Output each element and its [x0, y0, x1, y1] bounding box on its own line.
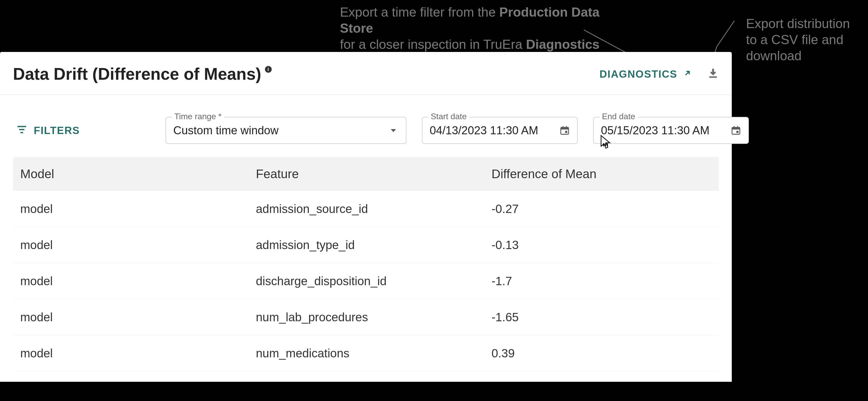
svg-line-0 — [584, 30, 615, 47]
download-icon — [707, 76, 719, 80]
svg-rect-14 — [566, 126, 567, 128]
start-date-value: 04/13/2023 11:30 AM — [430, 124, 538, 137]
calendar-icon — [559, 125, 570, 136]
panel-title-wrap: Data Drift (Difference of Means) i — [13, 64, 272, 84]
start-date-label: Start date — [428, 112, 469, 121]
svg-line-2 — [717, 21, 734, 47]
svg-rect-7 — [18, 126, 26, 127]
filters-label: FILTERS — [34, 125, 80, 136]
annotations-layer: Export a time filter from the Production… — [0, 0, 868, 55]
cell-model: model — [20, 310, 256, 324]
cell-model: model — [20, 202, 256, 216]
panel-header: Data Drift (Difference of Means) i DIAGN… — [0, 52, 732, 95]
annotation-text: to a CSV file and — [746, 32, 843, 47]
svg-rect-17 — [732, 127, 740, 129]
start-date-field-container: Start date 04/13/2023 11:30 AM — [422, 117, 578, 144]
cell-model: model — [20, 346, 256, 360]
data-table: Model Feature Difference of Mean model a… — [13, 157, 719, 371]
annotation-text: for a closer inspection in TruEra — [340, 37, 526, 52]
cell-feature: num_medications — [256, 346, 492, 360]
table-row: model num_medications 0.39 — [13, 335, 719, 371]
cell-diff: -1.65 — [492, 310, 712, 324]
col-header-feature: Feature — [256, 167, 492, 181]
cell-feature: admission_type_id — [256, 238, 492, 252]
calendar-icon — [731, 125, 741, 136]
svg-rect-4 — [709, 76, 717, 78]
filters-button[interactable]: FILTERS — [16, 124, 80, 137]
end-date-value: 05/15/2023 11:30 AM — [601, 124, 709, 137]
chevron-down-icon — [388, 125, 399, 136]
svg-rect-15 — [565, 131, 567, 133]
filter-icon — [16, 124, 28, 137]
annotation-strong: Production Data Store — [340, 5, 599, 36]
header-actions: DIAGNOSTICS — [599, 68, 719, 80]
table-row: model admission_type_id -0.13 — [13, 227, 719, 263]
info-icon[interactable]: i — [265, 66, 272, 73]
download-button[interactable] — [707, 68, 719, 80]
svg-rect-8 — [19, 129, 24, 130]
table-row: model admission_source_id -0.27 — [13, 191, 719, 227]
table-row: model discharge_disposition_id -1.7 — [13, 263, 719, 299]
cell-diff: 0.39 — [492, 346, 712, 360]
annotation-text: Export distribution — [746, 17, 850, 31]
end-date-field-container: End date 05/15/2023 11:30 AM — [593, 117, 749, 144]
svg-rect-20 — [736, 131, 738, 133]
col-header-model: Model — [20, 167, 256, 181]
table-row: model num_lab_procedures -1.65 — [13, 299, 719, 335]
svg-rect-12 — [561, 127, 568, 129]
main-panel: Data Drift (Difference of Means) i DIAGN… — [0, 52, 732, 382]
col-header-diff: Difference of Mean — [492, 167, 712, 181]
arrow-out-icon — [683, 68, 692, 80]
page-title: Data Drift (Difference of Means) — [13, 64, 261, 84]
cell-diff: -1.7 — [492, 274, 712, 288]
cell-diff: -0.13 — [492, 238, 712, 252]
svg-rect-6 — [712, 69, 714, 74]
cell-feature: admission_source_id — [256, 202, 492, 216]
svg-rect-9 — [21, 132, 23, 133]
cell-feature: num_lab_procedures — [256, 310, 492, 324]
cell-model: model — [20, 274, 256, 288]
cell-model: model — [20, 238, 256, 252]
time-range-field-container: Time range * Custom time window — [165, 117, 406, 144]
time-range-value: Custom time window — [173, 124, 279, 137]
annotation-diagnostics: Export a time filter from the Production… — [340, 4, 625, 53]
table-header-row: Model Feature Difference of Mean — [13, 157, 719, 191]
time-range-label: Time range * — [172, 112, 224, 121]
annotation-download: Export distribution to a CSV file and do… — [746, 16, 858, 64]
diagnostics-button[interactable]: DIAGNOSTICS — [599, 68, 692, 80]
cell-feature: discharge_disposition_id — [256, 274, 492, 288]
end-date-label: End date — [599, 112, 638, 121]
annotation-text: download — [746, 49, 802, 63]
filters-row: FILTERS Time range * Custom time window … — [0, 95, 732, 157]
annotation-strong: Diagnostics — [526, 37, 599, 52]
diagnostics-label: DIAGNOSTICS — [599, 68, 677, 80]
svg-rect-19 — [737, 126, 738, 128]
svg-marker-10 — [391, 129, 396, 132]
annotation-text: Export a time filter from the — [340, 5, 499, 20]
cell-diff: -0.27 — [492, 202, 712, 216]
svg-rect-13 — [562, 126, 563, 128]
table-body: model admission_source_id -0.27 model ad… — [13, 191, 719, 371]
svg-rect-18 — [734, 126, 734, 128]
